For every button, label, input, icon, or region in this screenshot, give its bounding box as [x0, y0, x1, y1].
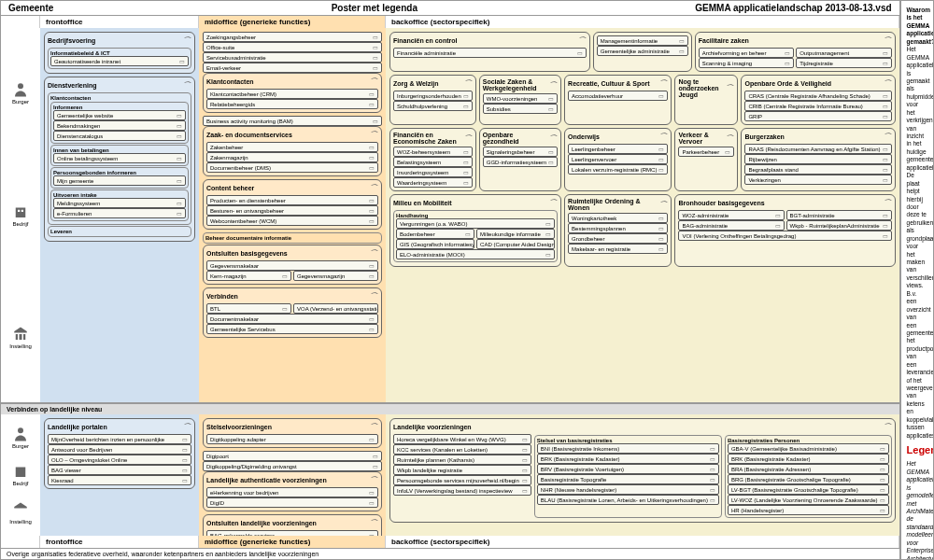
- main-canvas: Gemeente Poster met legenda GEMMA applic…: [0, 0, 900, 560]
- bf-bedrijfsvoering: Bedrijfsvoering Informatiebeleid & ICT G…: [44, 32, 195, 74]
- box-intranet[interactable]: Geautomatiseerde intranet: [50, 56, 189, 66]
- actors-col: Burger Bedrijf Instelling: [1, 28, 40, 402]
- actor-burger-2: Burger: [12, 426, 29, 449]
- actor-bedrijf-2: Bedrijf: [12, 463, 29, 486]
- lane-headers: frontoffice midoffice (generieke functie…: [1, 16, 899, 28]
- bf-klantcontacten: Klantcontacten Informeren Gemeentelijke …: [48, 92, 191, 225]
- svg-rect-1: [16, 208, 26, 218]
- svg-rect-3: [21, 210, 23, 212]
- actor-burger: Burger: [12, 81, 29, 105]
- header: Gemeente Poster met legenda GEMMA applic…: [1, 1, 899, 16]
- midoffice-col: Zoekingangsbeheer Office-suite Servicebu…: [199, 28, 386, 402]
- bf-info-ict: Informatiebeleid & ICT Geautomatiseerde …: [48, 48, 191, 69]
- actor-bedrijf: Bedrijf: [12, 203, 29, 227]
- actor-instelling: Instelling: [9, 326, 32, 349]
- header-left: Gemeente: [8, 3, 53, 13]
- svg-rect-2: [18, 210, 20, 212]
- lane-back-label: backoffice (sectorspecifiek): [386, 16, 899, 28]
- legend-panel: Waarom is het GEMMA applicatielandschap …: [900, 0, 934, 560]
- lane-front-label: frontoffice: [40, 16, 199, 28]
- header-center: Poster met legenda: [332, 3, 417, 13]
- frontoffice-col: Bedrijfsvoering Informatiebeleid & ICT G…: [40, 28, 199, 402]
- swimlanes: frontoffice midoffice (generieke functie…: [1, 16, 899, 548]
- bf-dienstverlening: Dienstverlening Klantcontacten Informere…: [44, 77, 195, 242]
- root: Gemeente Poster met legenda GEMMA applic…: [0, 0, 934, 560]
- content-top: Burger Bedrijf Instelling Bedrijfsvoerin…: [1, 28, 899, 402]
- landelijk-lane: Verbinden op landelijke niveau Burger Be…: [1, 402, 899, 548]
- svg-rect-5: [16, 468, 26, 478]
- legend-title: Legenda: [907, 443, 927, 456]
- svg-point-0: [18, 83, 23, 89]
- header-right: GEMMA applicatielandschap 2013-08-13.vsd: [695, 3, 891, 13]
- backoffice-col: Financiën en controlFinanciële administr…: [386, 28, 899, 402]
- actor-instelling-2: Instelling: [9, 501, 32, 525]
- lane-mid-label: midoffice (generieke functies): [199, 16, 386, 28]
- footer: Overige organisaties federatieve overhei…: [1, 548, 899, 559]
- svg-point-4: [18, 427, 23, 433]
